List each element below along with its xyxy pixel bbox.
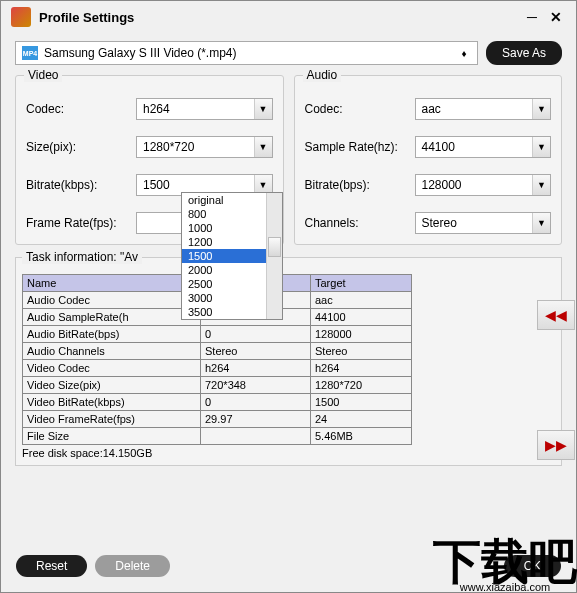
titlebar: Profile Settings ─ ✕ bbox=[1, 1, 576, 33]
ok-button[interactable]: OK bbox=[504, 555, 561, 577]
video-legend: Video bbox=[24, 68, 62, 82]
scrollbar-thumb[interactable] bbox=[268, 237, 281, 257]
mp4-icon: MP4 bbox=[22, 46, 38, 60]
audio-panel: Audio Codec: aac▼ Sample Rate(hz): 44100… bbox=[294, 75, 563, 245]
video-size-label: Size(pix): bbox=[26, 140, 136, 154]
audio-bitrate-label: Bitrate(bps): bbox=[305, 178, 415, 192]
video-size-select[interactable]: 1280*720▼ bbox=[136, 136, 273, 158]
save-as-button[interactable]: Save As bbox=[486, 41, 562, 65]
chevron-down-icon: ▼ bbox=[532, 137, 550, 157]
reset-button[interactable]: Reset bbox=[16, 555, 87, 577]
dropdown-scrollbar[interactable] bbox=[266, 193, 282, 319]
settings-columns: Video Codec: h264▼ Size(pix): 1280*720▼ … bbox=[15, 75, 562, 245]
fastforward-icon: ▶▶ bbox=[545, 437, 567, 453]
chevron-down-icon: ▼ bbox=[532, 99, 550, 119]
task-info-panel: Task information: "Av Name Target Audio … bbox=[15, 257, 562, 466]
table-row: File Size5.46MB bbox=[23, 428, 412, 445]
audio-samplerate-select[interactable]: 44100▼ bbox=[415, 136, 552, 158]
chevron-down-icon: ▼ bbox=[254, 137, 272, 157]
video-codec-label: Codec: bbox=[26, 102, 136, 116]
chevron-down-icon: ▼ bbox=[254, 99, 272, 119]
task-legend: Task information: "Av bbox=[22, 250, 142, 264]
next-button[interactable]: ▶▶ bbox=[537, 430, 575, 460]
table-row: Video BitRate(kbps)01500 bbox=[23, 394, 412, 411]
profile-select[interactable]: MP4 Samsung Galaxy S III Video (*.mp4) ♦ bbox=[15, 41, 478, 65]
bitrate-dropdown-popup[interactable]: original8001000120015002000250030003500 bbox=[181, 192, 283, 320]
audio-channels-label: Channels: bbox=[305, 216, 415, 230]
audio-legend: Audio bbox=[303, 68, 342, 82]
col-target: Target bbox=[311, 275, 412, 292]
close-button[interactable]: ✕ bbox=[546, 7, 566, 27]
chevron-updown-icon: ♦ bbox=[457, 48, 471, 59]
table-row: Video FrameRate(fps)29.9724 bbox=[23, 411, 412, 428]
video-framerate-label: Frame Rate(fps): bbox=[26, 216, 136, 230]
window-title: Profile Settings bbox=[39, 10, 518, 25]
side-nav-buttons: ◀◀ ▶▶ bbox=[535, 300, 577, 460]
profile-settings-window: Profile Settings ─ ✕ MP4 Samsung Galaxy … bbox=[0, 0, 577, 593]
profile-row: MP4 Samsung Galaxy S III Video (*.mp4) ♦… bbox=[15, 41, 562, 65]
delete-button[interactable]: Delete bbox=[95, 555, 170, 577]
table-row: Video Size(pix)720*3481280*720 bbox=[23, 377, 412, 394]
chevron-down-icon: ▼ bbox=[532, 213, 550, 233]
app-icon bbox=[11, 7, 31, 27]
window-body: MP4 Samsung Galaxy S III Video (*.mp4) ♦… bbox=[1, 33, 576, 474]
audio-bitrate-select[interactable]: 128000▼ bbox=[415, 174, 552, 196]
audio-codec-select[interactable]: aac▼ bbox=[415, 98, 552, 120]
prev-button[interactable]: ◀◀ bbox=[537, 300, 575, 330]
audio-channels-select[interactable]: Stereo▼ bbox=[415, 212, 552, 234]
chevron-down-icon: ▼ bbox=[532, 175, 550, 195]
free-disk-space: Free disk space:14.150GB bbox=[22, 447, 555, 459]
profile-select-text: Samsung Galaxy S III Video (*.mp4) bbox=[44, 46, 457, 60]
video-bitrate-label: Bitrate(kbps): bbox=[26, 178, 136, 192]
col-name: Name bbox=[23, 275, 201, 292]
table-row: Audio ChannelsStereoStereo bbox=[23, 343, 412, 360]
audio-codec-label: Codec: bbox=[305, 102, 415, 116]
audio-samplerate-label: Sample Rate(hz): bbox=[305, 140, 415, 154]
video-codec-select[interactable]: h264▼ bbox=[136, 98, 273, 120]
table-row: Audio BitRate(bps)0128000 bbox=[23, 326, 412, 343]
minimize-button[interactable]: ─ bbox=[522, 7, 542, 27]
table-row: Video Codech264h264 bbox=[23, 360, 412, 377]
rewind-icon: ◀◀ bbox=[545, 307, 567, 323]
bottom-bar: Reset Delete OK bbox=[16, 555, 561, 577]
